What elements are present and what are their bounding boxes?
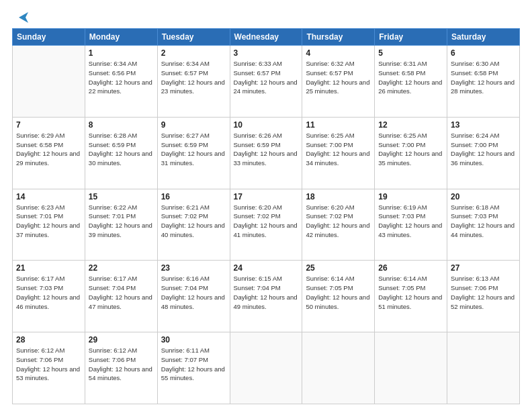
calendar-cell: 28Sunrise: 6:12 AM Sunset: 7:06 PM Dayli… [13, 332, 85, 404]
day-number: 5 [378, 48, 443, 58]
weekday-header-tuesday: Tuesday [157, 29, 230, 46]
calendar-week-row: 7Sunrise: 6:29 AM Sunset: 6:58 PM Daylig… [13, 117, 520, 189]
calendar-cell: 21Sunrise: 6:17 AM Sunset: 7:03 PM Dayli… [13, 261, 85, 332]
day-info: Sunrise: 6:31 AM Sunset: 6:58 PM Dayligh… [378, 59, 443, 96]
day-info: Sunrise: 6:11 AM Sunset: 7:07 PM Dayligh… [161, 346, 226, 383]
day-number: 15 [89, 192, 154, 201]
day-number: 11 [306, 120, 371, 130]
weekday-header-sunday: Sunday [13, 29, 85, 46]
day-info: Sunrise: 6:12 AM Sunset: 7:06 PM Dayligh… [16, 346, 81, 383]
day-number: 22 [89, 263, 154, 273]
calendar-cell [13, 46, 85, 118]
day-number: 24 [234, 263, 299, 273]
calendar-cell: 13Sunrise: 6:24 AM Sunset: 7:00 PM Dayli… [447, 117, 520, 189]
day-info: Sunrise: 6:26 AM Sunset: 6:59 PM Dayligh… [234, 131, 299, 168]
calendar-cell: 6Sunrise: 6:30 AM Sunset: 6:58 PM Daylig… [447, 46, 520, 118]
calendar-cell: 14Sunrise: 6:23 AM Sunset: 7:01 PM Dayli… [13, 189, 85, 261]
weekday-header-monday: Monday [85, 29, 157, 46]
calendar-week-row: 21Sunrise: 6:17 AM Sunset: 7:03 PM Dayli… [13, 261, 520, 332]
day-info: Sunrise: 6:27 AM Sunset: 6:59 PM Dayligh… [161, 131, 226, 168]
day-number: 16 [161, 192, 226, 201]
day-info: Sunrise: 6:23 AM Sunset: 7:01 PM Dayligh… [16, 203, 81, 240]
day-number: 25 [306, 263, 371, 273]
day-info: Sunrise: 6:34 AM Sunset: 6:56 PM Dayligh… [89, 59, 154, 96]
day-number: 21 [16, 263, 81, 273]
logo-bird-icon [13, 12, 28, 23]
day-number: 6 [451, 48, 516, 58]
calendar-cell: 4Sunrise: 6:32 AM Sunset: 6:57 PM Daylig… [302, 46, 375, 118]
day-info: Sunrise: 6:14 AM Sunset: 7:05 PM Dayligh… [378, 274, 443, 311]
day-info: Sunrise: 6:16 AM Sunset: 7:04 PM Dayligh… [161, 274, 226, 311]
day-number: 13 [451, 120, 516, 130]
calendar-cell [302, 332, 375, 404]
day-number: 19 [378, 192, 443, 201]
calendar-cell: 24Sunrise: 6:15 AM Sunset: 7:04 PM Dayli… [230, 261, 302, 332]
calendar-cell: 20Sunrise: 6:18 AM Sunset: 7:03 PM Dayli… [447, 189, 520, 261]
day-number: 14 [16, 192, 81, 201]
day-number: 27 [451, 263, 516, 273]
day-info: Sunrise: 6:29 AM Sunset: 6:58 PM Dayligh… [16, 131, 81, 168]
calendar-cell: 18Sunrise: 6:20 AM Sunset: 7:02 PM Dayli… [302, 189, 375, 261]
day-info: Sunrise: 6:34 AM Sunset: 6:57 PM Dayligh… [161, 59, 226, 96]
weekday-header-wednesday: Wednesday [230, 29, 302, 46]
calendar-cell: 16Sunrise: 6:21 AM Sunset: 7:02 PM Dayli… [157, 189, 230, 261]
day-info: Sunrise: 6:32 AM Sunset: 6:57 PM Dayligh… [306, 59, 371, 96]
day-info: Sunrise: 6:30 AM Sunset: 6:58 PM Dayligh… [451, 59, 516, 96]
day-info: Sunrise: 6:33 AM Sunset: 6:57 PM Dayligh… [234, 59, 299, 96]
calendar-cell: 2Sunrise: 6:34 AM Sunset: 6:57 PM Daylig… [157, 46, 230, 118]
svg-marker-0 [19, 12, 28, 23]
calendar-cell: 22Sunrise: 6:17 AM Sunset: 7:04 PM Dayli… [85, 261, 157, 332]
calendar-week-row: 14Sunrise: 6:23 AM Sunset: 7:01 PM Dayli… [13, 189, 520, 261]
calendar-table: SundayMondayTuesdayWednesdayThursdayFrid… [12, 28, 520, 404]
day-info: Sunrise: 6:18 AM Sunset: 7:03 PM Dayligh… [451, 203, 516, 240]
day-number: 1 [89, 48, 154, 58]
calendar-cell: 29Sunrise: 6:12 AM Sunset: 7:06 PM Dayli… [85, 332, 157, 404]
day-info: Sunrise: 6:22 AM Sunset: 7:01 PM Dayligh… [89, 203, 154, 240]
calendar-cell: 9Sunrise: 6:27 AM Sunset: 6:59 PM Daylig… [157, 117, 230, 189]
calendar-cell: 23Sunrise: 6:16 AM Sunset: 7:04 PM Dayli… [157, 261, 230, 332]
day-info: Sunrise: 6:21 AM Sunset: 7:02 PM Dayligh… [161, 203, 226, 240]
header [12, 12, 520, 23]
calendar-cell: 25Sunrise: 6:14 AM Sunset: 7:05 PM Dayli… [302, 261, 375, 332]
calendar-cell: 5Sunrise: 6:31 AM Sunset: 6:58 PM Daylig… [375, 46, 447, 118]
day-info: Sunrise: 6:17 AM Sunset: 7:03 PM Dayligh… [16, 274, 81, 311]
day-number: 8 [89, 120, 154, 130]
calendar-cell: 26Sunrise: 6:14 AM Sunset: 7:05 PM Dayli… [375, 261, 447, 332]
day-info: Sunrise: 6:17 AM Sunset: 7:04 PM Dayligh… [89, 274, 154, 311]
calendar-cell: 19Sunrise: 6:19 AM Sunset: 7:03 PM Dayli… [375, 189, 447, 261]
calendar-cell [447, 332, 520, 404]
weekday-header-friday: Friday [375, 29, 447, 46]
calendar-cell: 15Sunrise: 6:22 AM Sunset: 7:01 PM Dayli… [85, 189, 157, 261]
calendar-cell: 30Sunrise: 6:11 AM Sunset: 7:07 PM Dayli… [157, 332, 230, 404]
logo [12, 12, 28, 23]
calendar-cell: 27Sunrise: 6:13 AM Sunset: 7:06 PM Dayli… [447, 261, 520, 332]
day-info: Sunrise: 6:25 AM Sunset: 7:00 PM Dayligh… [378, 131, 443, 168]
day-number: 29 [89, 335, 154, 345]
weekday-header-thursday: Thursday [302, 29, 375, 46]
weekday-header-row: SundayMondayTuesdayWednesdayThursdayFrid… [13, 29, 520, 46]
day-info: Sunrise: 6:13 AM Sunset: 7:06 PM Dayligh… [451, 274, 516, 311]
calendar-cell: 1Sunrise: 6:34 AM Sunset: 6:56 PM Daylig… [85, 46, 157, 118]
day-number: 30 [161, 335, 226, 345]
calendar-cell: 11Sunrise: 6:25 AM Sunset: 7:00 PM Dayli… [302, 117, 375, 189]
day-info: Sunrise: 6:14 AM Sunset: 7:05 PM Dayligh… [306, 274, 371, 311]
day-info: Sunrise: 6:12 AM Sunset: 7:06 PM Dayligh… [89, 346, 154, 383]
day-number: 4 [306, 48, 371, 58]
day-number: 9 [161, 120, 226, 130]
day-number: 26 [378, 263, 443, 273]
page: SundayMondayTuesdayWednesdayThursdayFrid… [0, 0, 532, 411]
weekday-header-saturday: Saturday [447, 29, 520, 46]
day-info: Sunrise: 6:24 AM Sunset: 7:00 PM Dayligh… [451, 131, 516, 168]
calendar-cell: 7Sunrise: 6:29 AM Sunset: 6:58 PM Daylig… [13, 117, 85, 189]
day-number: 18 [306, 192, 371, 201]
day-number: 7 [16, 120, 81, 130]
calendar-cell: 17Sunrise: 6:20 AM Sunset: 7:02 PM Dayli… [230, 189, 302, 261]
day-info: Sunrise: 6:28 AM Sunset: 6:59 PM Dayligh… [89, 131, 154, 168]
calendar-cell: 3Sunrise: 6:33 AM Sunset: 6:57 PM Daylig… [230, 46, 302, 118]
day-number: 28 [16, 335, 81, 345]
day-info: Sunrise: 6:19 AM Sunset: 7:03 PM Dayligh… [378, 203, 443, 240]
calendar-week-row: 1Sunrise: 6:34 AM Sunset: 6:56 PM Daylig… [13, 46, 520, 118]
day-number: 20 [451, 192, 516, 201]
day-number: 12 [378, 120, 443, 130]
day-number: 3 [234, 48, 299, 58]
